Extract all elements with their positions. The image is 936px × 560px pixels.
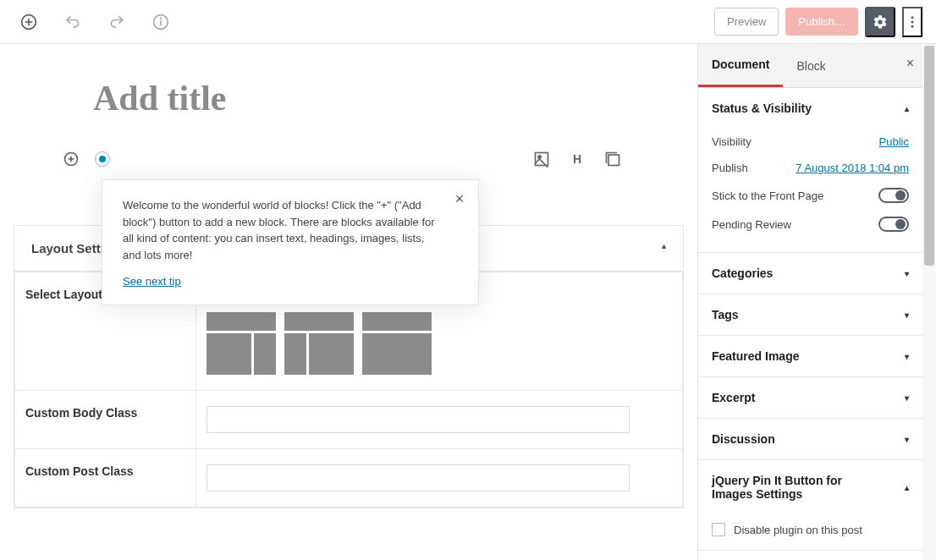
custom-body-class-label: Custom Body Class bbox=[15, 391, 196, 449]
undo-button[interactable] bbox=[58, 7, 88, 37]
custom-body-class-input[interactable] bbox=[206, 406, 630, 433]
disable-plugin-label: Disable plugin on this post bbox=[734, 524, 862, 536]
custom-post-class-input[interactable] bbox=[206, 464, 630, 491]
publish-date-link[interactable]: 7 August 2018 1:04 pm bbox=[796, 162, 909, 174]
top-toolbar: Preview Publish… bbox=[0, 0, 936, 44]
svg-rect-14 bbox=[608, 155, 619, 166]
heading-block-icon[interactable]: H bbox=[569, 151, 586, 167]
tab-block[interactable]: Block bbox=[783, 46, 839, 86]
visibility-label: Visibility bbox=[712, 135, 752, 148]
tags-header[interactable]: Tags▾ bbox=[698, 294, 922, 335]
stick-front-page-label: Stick to the Front Page bbox=[712, 189, 823, 202]
editor-canvas: Add title H Layout Settings bbox=[0, 44, 697, 560]
tip-next-link[interactable]: See next tip bbox=[123, 275, 181, 288]
layout-option-1[interactable] bbox=[206, 312, 276, 375]
svg-point-6 bbox=[911, 16, 914, 19]
featured-image-header[interactable]: Featured Image▾ bbox=[698, 336, 922, 376]
layout-thumbnails bbox=[206, 312, 672, 375]
tab-document[interactable]: Document bbox=[698, 44, 783, 87]
toolbar-right: Preview Publish… bbox=[714, 7, 922, 37]
svg-point-13 bbox=[538, 156, 541, 158]
info-button[interactable] bbox=[146, 7, 176, 37]
gallery-block-icon[interactable] bbox=[604, 151, 621, 167]
settings-sidebar: Document Block × Status & Visibility▴ Vi… bbox=[698, 44, 922, 560]
preview-button[interactable]: Preview bbox=[714, 8, 779, 36]
status-visibility-header[interactable]: Status & Visibility▴ bbox=[698, 88, 922, 129]
tip-text: Welcome to the wonderful world of blocks… bbox=[123, 197, 458, 263]
svg-point-5 bbox=[161, 18, 162, 19]
sidebar-tabs: Document Block × bbox=[698, 44, 922, 88]
add-block-button[interactable] bbox=[14, 7, 44, 37]
pending-review-toggle[interactable] bbox=[878, 217, 909, 232]
default-block-row: H bbox=[0, 144, 697, 174]
redo-button[interactable] bbox=[102, 7, 132, 37]
block-quick-inserters: H bbox=[533, 151, 621, 167]
categories-header[interactable]: Categories▾ bbox=[698, 253, 922, 294]
pending-review-label: Pending Review bbox=[712, 218, 791, 231]
disable-plugin-checkbox[interactable] bbox=[712, 523, 725, 536]
svg-rect-12 bbox=[536, 153, 548, 166]
tip-close-button[interactable]: × bbox=[449, 189, 470, 209]
excerpt-header[interactable]: Excerpt▾ bbox=[698, 377, 922, 418]
custom-post-class-label: Custom Post Class bbox=[15, 449, 196, 508]
discussion-header[interactable]: Discussion▾ bbox=[698, 419, 922, 459]
visibility-value-link[interactable]: Public bbox=[879, 135, 909, 148]
layout-option-2[interactable] bbox=[284, 312, 354, 375]
tip-popover: × Welcome to the wonderful world of bloc… bbox=[102, 179, 479, 305]
settings-button[interactable] bbox=[865, 7, 895, 37]
svg-point-8 bbox=[911, 25, 914, 27]
image-block-icon[interactable] bbox=[533, 151, 550, 167]
publish-date-label: Publish bbox=[712, 162, 748, 174]
toolbar-left bbox=[14, 7, 176, 37]
pinit-header[interactable]: jQuery Pin It Button for Images Settings… bbox=[698, 460, 922, 514]
publish-button[interactable]: Publish… bbox=[785, 8, 858, 36]
more-menu-button[interactable] bbox=[902, 7, 922, 37]
add-block-inline-button[interactable] bbox=[56, 144, 86, 174]
stick-front-page-toggle[interactable] bbox=[878, 188, 909, 203]
sidebar-close-button[interactable]: × bbox=[906, 56, 914, 71]
tip-indicator-icon bbox=[95, 151, 110, 167]
post-title-input[interactable]: Add title bbox=[93, 78, 604, 118]
svg-point-7 bbox=[911, 20, 914, 23]
sidebar-scrollbar[interactable] bbox=[922, 44, 936, 560]
layout-option-3[interactable] bbox=[362, 312, 432, 375]
